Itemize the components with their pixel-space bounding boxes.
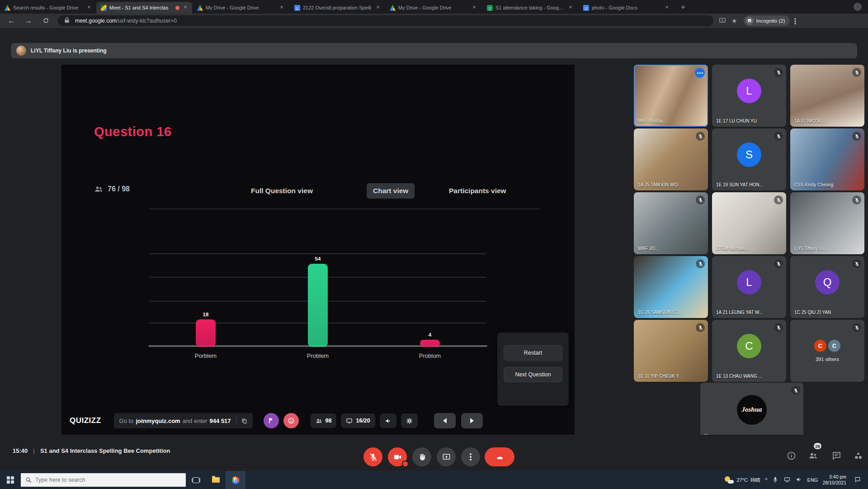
tab-close-icon[interactable]: × <box>375 5 381 11</box>
presenting-text: LiYL Tiffany Liu is presenting <box>31 47 107 54</box>
participant-tile[interactable]: C 1E 13 CHAU WANG ... <box>712 320 786 382</box>
mic-button[interactable] <box>363 447 382 466</box>
chat-button[interactable] <box>832 451 842 461</box>
participant-tile[interactable]: WKF Alastai... <box>634 65 708 127</box>
mic-muted-icon <box>852 68 861 77</box>
browser-tab[interactable]: photo - Google Docs× <box>578 2 674 14</box>
participant-tile[interactable]: LTGM Michael... <box>712 192 786 254</box>
camera-button[interactable] <box>388 447 407 466</box>
meeting-details-button[interactable] <box>787 451 797 461</box>
weather-widget[interactable]: 27°C 時晴 <box>725 476 760 484</box>
host-panel: Restart Next Question <box>497 332 569 406</box>
tab-close-icon[interactable]: × <box>471 5 477 11</box>
tab-participants-view[interactable]: Participants view <box>443 183 513 199</box>
participant-tile[interactable]: WKF JO... <box>634 192 708 254</box>
tab-close-icon[interactable]: × <box>278 5 285 11</box>
forward-button[interactable]: → <box>23 15 34 27</box>
windows-logo-icon <box>7 476 14 484</box>
back-button[interactable]: ← <box>5 15 17 27</box>
self-view-tile[interactable]: Joshua You <box>700 383 803 442</box>
next-button[interactable] <box>461 413 483 428</box>
more-options-button[interactable] <box>461 447 480 466</box>
tab-close-icon[interactable]: × <box>182 5 189 11</box>
tab-full-question-view[interactable]: Full Question view <box>245 183 319 199</box>
next-question-button[interactable]: Next Question <box>504 367 562 382</box>
google-meet-icon <box>101 5 107 11</box>
taskbar-clock[interactable]: 3:40 pm 28/10/2021 <box>822 474 846 486</box>
sound-button[interactable] <box>380 413 396 428</box>
present-button[interactable] <box>437 447 456 466</box>
tray-expand-icon[interactable]: ^ <box>765 477 768 483</box>
address-bar[interactable]: meet.google.com/uxf-wsty-kic?authuser=0 <box>58 15 713 26</box>
participant-tile[interactable]: Q 1C 25 QIU ZI YAN <box>790 256 864 318</box>
tab-chart-view[interactable]: Chart view <box>367 183 415 199</box>
end-call-button[interactable] <box>485 447 514 466</box>
browser-tab[interactable]: 2122 Overall preparation Spelli× <box>289 2 385 14</box>
tab-close-icon[interactable]: × <box>567 5 574 11</box>
raise-hand-button[interactable] <box>412 447 431 466</box>
participant-tile[interactable]: LiYL Tiffany Li... <box>790 192 864 254</box>
chrome-taskbar-button[interactable] <box>226 471 245 489</box>
participant-tile[interactable]: 1C 26 SAMSON ST... <box>634 256 708 318</box>
participant-name: 1A 07 NICOLL... <box>794 119 827 123</box>
show-people-button[interactable] <box>808 451 818 461</box>
hand-icon <box>418 453 426 461</box>
reload-button[interactable] <box>40 15 52 27</box>
file-explorer-button[interactable] <box>206 471 226 489</box>
participant-tile[interactable]: S 1E 19 SUN YAT HON... <box>712 128 786 190</box>
browser-tab[interactable]: My Drive - Google Drive× <box>385 2 481 14</box>
media-controls-icon[interactable] <box>719 17 727 25</box>
bar-problem <box>308 264 328 347</box>
tray-mic-icon[interactable] <box>772 476 779 484</box>
camera-alert-badge <box>402 461 409 467</box>
restart-button[interactable]: Restart <box>504 345 562 361</box>
overflow-tile[interactable]: C C 391 others <box>790 320 864 382</box>
mic-muted-icon <box>774 132 783 141</box>
tab-close-icon[interactable]: × <box>664 5 670 11</box>
language-indicator[interactable]: ENG <box>807 477 818 483</box>
others-count: 391 others <box>816 356 839 362</box>
copy-icon[interactable] <box>241 418 247 424</box>
tray-volume-icon[interactable] <box>796 476 803 484</box>
participant-tile[interactable]: L 1A 21 LEUNG YAT W... <box>712 256 786 318</box>
new-tab-button[interactable]: + <box>677 2 689 14</box>
browser-menu-icon[interactable] <box>794 18 796 24</box>
browser-tab-active[interactable]: Meet - S1 and S4 Interclas× <box>96 2 192 14</box>
tile-menu-icon[interactable] <box>695 68 705 78</box>
mic-muted-icon <box>852 259 861 268</box>
participant-tile[interactable]: 1A 07 NICOLL... <box>790 65 864 127</box>
bar-label: Problom <box>403 352 457 359</box>
mic-muted-icon <box>774 195 783 204</box>
page-url: meet.google.com/uxf-wsty-kic?authuser=0 <box>75 18 177 24</box>
browser-tab[interactable]: S1 attendance taking - Google S× <box>481 2 577 14</box>
gear-icon <box>406 418 413 424</box>
flag-button[interactable] <box>264 413 279 428</box>
incognito-badge[interactable]: Incognito (2) <box>744 15 790 26</box>
browser-tab[interactable]: Search results - Google Drive× <box>0 2 96 14</box>
browser-tab[interactable]: My Drive - Google Drive× <box>193 2 288 14</box>
meet-control-bar: 15:40 | S1 and S4 Interclass Spelling Be… <box>0 435 868 471</box>
google-drive-icon <box>5 5 10 11</box>
bookmark-star-icon[interactable]: ★ <box>731 17 737 24</box>
participant-tile[interactable]: L 1E 17 LU CHUN YU <box>712 65 786 127</box>
previous-button[interactable] <box>434 413 456 428</box>
search-input[interactable] <box>35 477 181 483</box>
participant-tile[interactable]: 1E 11 YIP CHEUK Y... <box>634 320 708 382</box>
tab-close-icon[interactable]: × <box>86 5 92 11</box>
taskbar-search[interactable] <box>21 473 186 487</box>
tray-network-icon[interactable] <box>784 476 791 484</box>
participants-count[interactable]: 98 <box>311 413 337 428</box>
participant-name: WKF JO... <box>638 246 659 251</box>
task-view-button[interactable] <box>186 471 206 489</box>
question-progress[interactable]: 16/20 <box>341 413 375 428</box>
participant-tile[interactable]: CSS Kristy Cheung <box>790 128 864 190</box>
activities-button[interactable] <box>854 451 863 461</box>
action-center-icon[interactable] <box>851 476 864 484</box>
participant-tile[interactable]: 1A 25 TAM KIN WO <box>634 128 708 190</box>
start-button[interactable] <box>0 471 21 489</box>
avatar: L <box>737 270 761 294</box>
reactions-button[interactable] <box>283 413 299 428</box>
mic-muted-icon <box>791 386 800 395</box>
browser-profile-icon[interactable] <box>854 3 862 11</box>
settings-button[interactable] <box>401 413 418 428</box>
